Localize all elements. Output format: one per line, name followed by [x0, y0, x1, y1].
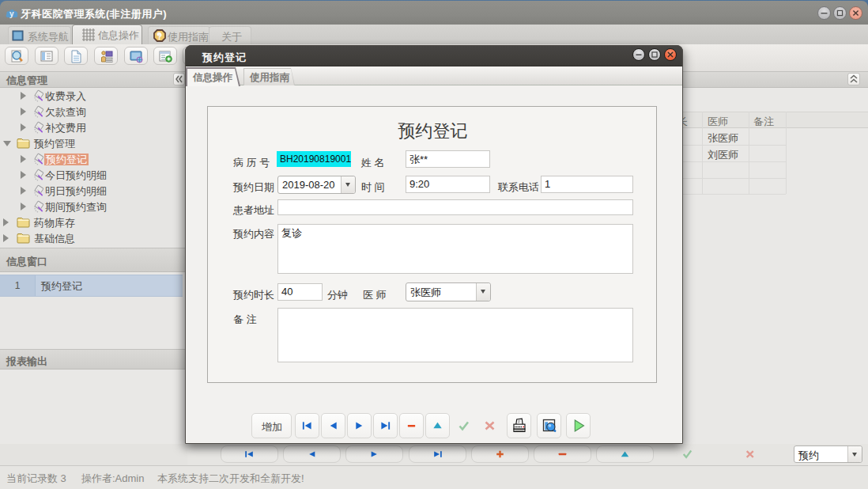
svg-text:y: y [9, 9, 14, 18]
svg-text:?: ? [157, 32, 163, 41]
